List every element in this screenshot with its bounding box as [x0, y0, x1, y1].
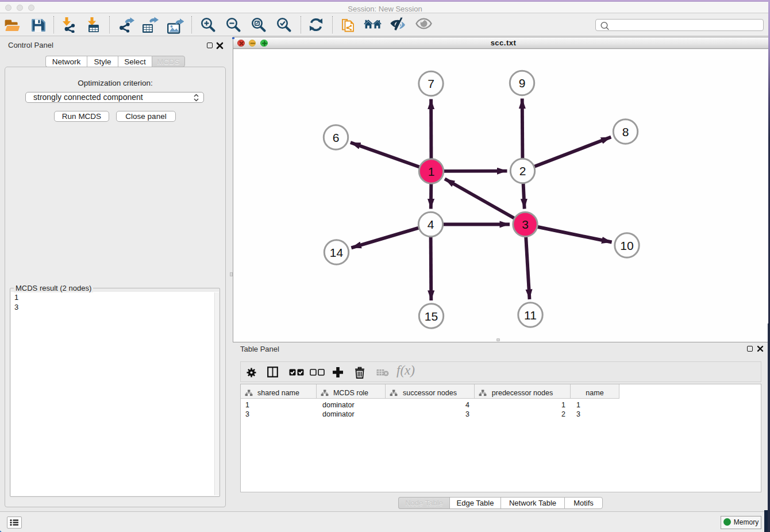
svg-text:8: 8	[622, 125, 629, 138]
svg-text:9: 9	[519, 76, 526, 90]
svg-text:10: 10	[620, 239, 633, 252]
svg-text:1: 1	[428, 165, 435, 178]
svg-text:11: 11	[524, 309, 537, 322]
svg-text:15: 15	[425, 310, 438, 323]
svg-text:4: 4	[428, 218, 434, 231]
svg-text:2: 2	[519, 164, 526, 178]
svg-text:3: 3	[522, 218, 529, 231]
svg-text:14: 14	[330, 246, 344, 259]
svg-text:7: 7	[428, 77, 434, 90]
svg-text:6: 6	[333, 131, 340, 144]
